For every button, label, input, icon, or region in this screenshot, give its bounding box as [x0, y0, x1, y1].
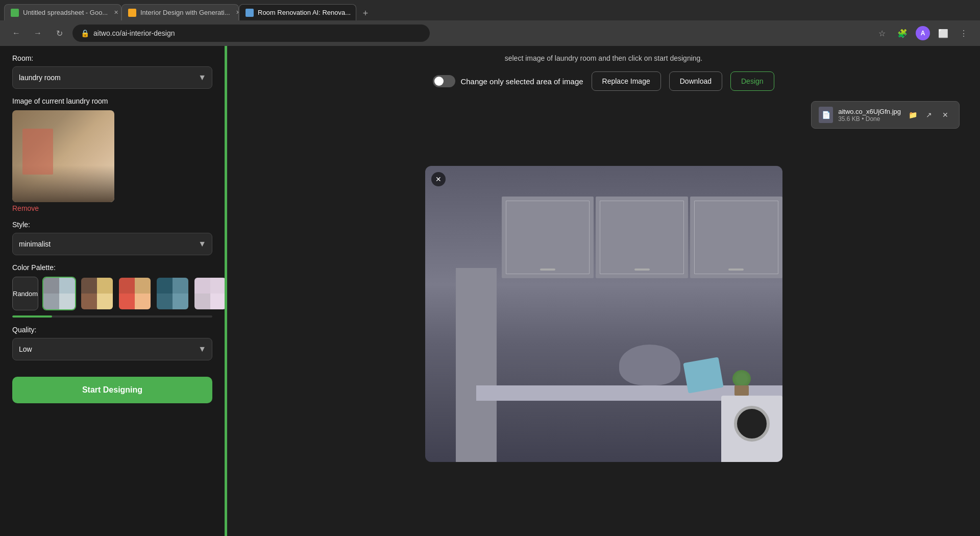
address-bar[interactable]: 🔒 aitwo.co/ai-interior-design: [72, 25, 430, 42]
profile-button[interactable]: A: [915, 25, 931, 41]
palette-swatch-2[interactable]: [80, 277, 114, 310]
palette-swatch-5[interactable]: [193, 277, 225, 310]
quality-select-wrapper: Low Medium High ▼: [12, 338, 212, 360]
tab2-label: Interior Design with Generati...: [140, 9, 230, 16]
app-layout: Room: laundry room ▼ Image of current la…: [0, 46, 980, 536]
generated-room-image: [425, 166, 782, 462]
tab-room-renovation[interactable]: Room Renovation AI: Renova... ✕: [239, 4, 356, 20]
plant-pot: [734, 385, 749, 396]
room-select-wrapper: laundry room ▼: [12, 66, 212, 89]
tab1-close[interactable]: ✕: [112, 9, 120, 17]
tall-cabinet: [456, 268, 497, 462]
split-screen-button[interactable]: ⬜: [935, 25, 951, 41]
tab2-favicon: [128, 9, 136, 17]
tab-interior[interactable]: Interior Design with Generati... ✕: [121, 4, 239, 20]
area-toggle[interactable]: [433, 75, 455, 87]
cabinet-unit-3: [690, 197, 782, 278]
remove-image-button[interactable]: Remove: [12, 204, 212, 212]
palette-label: Color Palette:: [12, 263, 212, 272]
replace-image-button[interactable]: Replace Image: [592, 71, 661, 91]
sidebar: Room: laundry room ▼ Image of current la…: [0, 46, 225, 536]
cabinet-unit-2: [596, 197, 688, 278]
refresh-button[interactable]: ↻: [51, 25, 67, 41]
notif-actions: 📁 ↗ ✕: [906, 108, 952, 121]
design-button[interactable]: Design: [730, 71, 774, 91]
tab2-close[interactable]: ✕: [234, 9, 239, 17]
main-content: select image of laundry room and then cl…: [227, 46, 980, 536]
palette-progress-bar-container: [12, 315, 212, 318]
notif-close-icon[interactable]: ✕: [939, 108, 952, 121]
cabinet-handle-2: [634, 269, 650, 271]
image-preview-container: [12, 110, 114, 202]
laundry-room-image: [12, 110, 114, 202]
notif-file-icon: 📄: [819, 107, 833, 123]
menu-button[interactable]: ⋮: [955, 25, 972, 41]
url-text: aitwo.co/ai-interior-design: [93, 29, 175, 37]
back-button[interactable]: ←: [8, 25, 24, 41]
tab3-label: Room Renovation AI: Renova...: [258, 9, 351, 16]
sink: [619, 345, 680, 385]
toggle-label: Change only selected area of image: [460, 77, 583, 86]
browser-chrome: Untitled spreadsheet - Goo... ✕ Interior…: [0, 0, 980, 46]
instruction-text: select image of laundry room and then cl…: [227, 46, 980, 67]
palette-swatch-4[interactable]: [156, 277, 189, 310]
room-select[interactable]: laundry room: [12, 66, 212, 89]
style-select-wrapper: minimalist ▼: [12, 233, 212, 255]
random-palette-button[interactable]: Random: [12, 277, 38, 310]
notif-status: 35.6 KB • Done: [838, 115, 901, 123]
quality-select[interactable]: Low Medium High: [12, 338, 212, 360]
image-controls: Change only selected area of image Repla…: [227, 67, 980, 97]
tab1-label: Untitled spreadsheet - Goo...: [23, 9, 108, 16]
towels: [683, 357, 723, 393]
notif-text: aitwo.co_x6UjGfn.jpg 35.6 KB • Done: [838, 108, 901, 123]
notif-open-icon[interactable]: ↗: [922, 108, 936, 121]
download-button[interactable]: Download: [669, 71, 722, 91]
cabinet-handle-3: [728, 269, 744, 271]
lock-icon: 🔒: [81, 29, 89, 37]
bookmark-button[interactable]: ☆: [874, 25, 890, 41]
cabinet-handle-1: [540, 269, 555, 271]
tab3-close[interactable]: ✕: [355, 9, 356, 17]
room-label: Room:: [12, 54, 212, 62]
washer-window: [734, 406, 770, 442]
extensions-button[interactable]: 🧩: [894, 25, 911, 41]
browser-toolbar: ← → ↻ 🔒 aitwo.co/ai-interior-design ☆ 🧩 …: [0, 20, 980, 46]
cabinet-unit-1: [502, 197, 594, 278]
palette-swatch-3[interactable]: [118, 277, 152, 310]
browser-tabs: Untitled spreadsheet - Goo... ✕ Interior…: [0, 0, 980, 20]
palette-progress-bar: [12, 315, 52, 318]
style-label: Style:: [12, 221, 212, 229]
start-designing-button[interactable]: Start Designing: [12, 377, 212, 403]
forward-button[interactable]: →: [30, 25, 46, 41]
style-select[interactable]: minimalist: [12, 233, 212, 255]
color-palette-row: Random: [12, 277, 212, 310]
toolbar-actions: ☆ 🧩 A ⬜ ⋮: [874, 25, 972, 41]
washer: [721, 396, 782, 462]
plant-leaves: [732, 370, 751, 387]
avatar: A: [916, 26, 930, 40]
generated-image-container: ✕: [425, 166, 782, 462]
tab1-favicon: [11, 9, 19, 17]
new-tab-button[interactable]: +: [358, 6, 373, 20]
notif-folder-icon[interactable]: 📁: [906, 108, 919, 121]
quality-label: Quality:: [12, 326, 212, 334]
download-notification: 📄 aitwo.co_x6UjGfn.jpg 35.6 KB • Done 📁 …: [811, 101, 960, 129]
image-frame: 📄 aitwo.co_x6UjGfn.jpg 35.6 KB • Done 📁 …: [227, 97, 980, 536]
tab-spreadsheet[interactable]: Untitled spreadsheet - Goo... ✕: [4, 4, 121, 20]
plant: [731, 370, 752, 396]
upper-cabinets: [502, 197, 782, 278]
palette-swatch-1[interactable]: [42, 277, 76, 310]
toggle-row: Change only selected area of image: [433, 75, 583, 87]
close-image-button[interactable]: ✕: [431, 172, 446, 186]
image-upload-label: Image of current laundry room: [12, 97, 212, 105]
notif-filename: aitwo.co_x6UjGfn.jpg: [838, 108, 901, 115]
tab3-favicon: [246, 9, 254, 17]
image-preview: [12, 110, 114, 202]
